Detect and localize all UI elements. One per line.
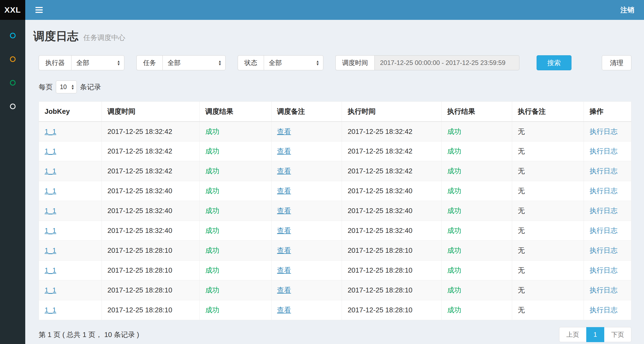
page-size-suffix: 条记录 bbox=[80, 82, 101, 92]
cell-trigger-time: 2017-12-25 18:28:10 bbox=[102, 241, 200, 261]
cell-handle-time: 2017-12-25 18:28:10 bbox=[342, 241, 442, 261]
exec-log-link[interactable]: 执行日志 bbox=[589, 147, 617, 155]
job-select[interactable]: 全部 ▲▼ bbox=[162, 55, 226, 70]
col-trigger-time: 调度时间 bbox=[102, 102, 200, 122]
logout-link[interactable]: 注销 bbox=[620, 5, 634, 15]
trigger-remark-link[interactable]: 查看 bbox=[277, 167, 291, 175]
status-select[interactable]: 全部 ▲▼ bbox=[264, 55, 323, 70]
cell-trigger-result: 成功 bbox=[200, 201, 271, 221]
col-jobkey: JobKey bbox=[39, 102, 102, 122]
sidebar-item-4[interactable] bbox=[0, 94, 25, 118]
jobkey-link[interactable]: 1_1 bbox=[45, 127, 56, 136]
cell-trigger-result: 成功 bbox=[200, 181, 271, 201]
table-row: 1_1 2017-12-25 18:32:40 成功 查看 2017-12-25… bbox=[39, 181, 631, 201]
select-arrows-icon: ▲▼ bbox=[71, 84, 74, 90]
sidebar-item-1[interactable] bbox=[0, 24, 25, 47]
current-page-button[interactable]: 1 bbox=[586, 327, 604, 342]
cell-handle-result: 成功 bbox=[442, 201, 512, 221]
table-row: 1_1 2017-12-25 18:28:10 成功 查看 2017-12-25… bbox=[39, 241, 631, 261]
exec-log-link[interactable]: 执行日志 bbox=[589, 167, 617, 175]
trigger-time-filter-group: 调度时间 2017-12-25 00:00:00 - 2017-12-25 23… bbox=[335, 55, 519, 70]
jobkey-link[interactable]: 1_1 bbox=[45, 246, 56, 254]
cell-jobkey: 1_1 bbox=[39, 122, 102, 141]
cell-action: 执行日志 bbox=[584, 122, 631, 141]
next-page-button[interactable]: 下页 bbox=[604, 327, 631, 342]
col-trigger-remark: 调度备注 bbox=[271, 102, 342, 122]
jobkey-link[interactable]: 1_1 bbox=[45, 167, 56, 175]
exec-log-link[interactable]: 执行日志 bbox=[589, 266, 617, 274]
sidebar-item-3[interactable] bbox=[0, 71, 25, 94]
trigger-remark-link[interactable]: 查看 bbox=[277, 226, 291, 235]
navbar-content: 注销 bbox=[25, 0, 644, 20]
circle-icon bbox=[10, 33, 16, 38]
trigger-result-text: 成功 bbox=[205, 187, 219, 195]
page-size-select[interactable]: 10 ▲▼ bbox=[56, 80, 77, 93]
cell-trigger-remark: 查看 bbox=[271, 181, 342, 201]
page-subtitle: 任务调度中心 bbox=[83, 34, 125, 42]
log-table-head: JobKey 调度时间 调度结果 调度备注 执行时间 执行结果 执行备注 操作 bbox=[39, 102, 631, 122]
sidebar-toggle-icon[interactable] bbox=[34, 4, 44, 16]
table-row: 1_1 2017-12-25 18:28:10 成功 查看 2017-12-25… bbox=[39, 261, 631, 280]
trigger-remark-link[interactable]: 查看 bbox=[277, 286, 291, 294]
exec-log-link[interactable]: 执行日志 bbox=[589, 226, 617, 235]
handle-result-text: 成功 bbox=[447, 266, 461, 274]
trigger-time-range-input[interactable]: 2017-12-25 00:00:00 - 2017-12-25 23:59:5… bbox=[374, 55, 519, 70]
jobkey-link[interactable]: 1_1 bbox=[45, 207, 56, 215]
cell-handle-time: 2017-12-25 18:32:40 bbox=[342, 221, 442, 241]
cell-trigger-remark: 查看 bbox=[271, 261, 342, 280]
jobkey-link[interactable]: 1_1 bbox=[45, 147, 56, 155]
exec-log-link[interactable]: 执行日志 bbox=[589, 187, 617, 195]
table-footer: 第 1 页 ( 总共 1 页， 10 条记录 ) 上页 1 下页 bbox=[39, 327, 631, 342]
jobkey-link[interactable]: 1_1 bbox=[45, 286, 56, 294]
jobkey-link[interactable]: 1_1 bbox=[45, 266, 56, 274]
app-logo[interactable]: XXL bbox=[0, 0, 25, 20]
trigger-remark-link[interactable]: 查看 bbox=[277, 127, 291, 136]
trigger-remark-link[interactable]: 查看 bbox=[277, 207, 291, 215]
exec-log-link[interactable]: 执行日志 bbox=[589, 246, 617, 254]
cell-trigger-time: 2017-12-25 18:28:10 bbox=[102, 280, 200, 300]
select-arrows-icon: ▲▼ bbox=[117, 60, 120, 66]
jobkey-link[interactable]: 1_1 bbox=[45, 187, 56, 195]
cell-handle-remark: 无 bbox=[512, 181, 584, 201]
cell-trigger-result: 成功 bbox=[200, 261, 271, 280]
trigger-result-text: 成功 bbox=[205, 127, 219, 136]
trigger-remark-link[interactable]: 查看 bbox=[277, 246, 291, 254]
page-size-value: 10 bbox=[60, 83, 67, 91]
cell-jobkey: 1_1 bbox=[39, 280, 102, 300]
cell-trigger-time: 2017-12-25 18:28:10 bbox=[102, 300, 200, 320]
table-row: 1_1 2017-12-25 18:32:40 成功 查看 2017-12-25… bbox=[39, 221, 631, 241]
exec-log-link[interactable]: 执行日志 bbox=[589, 207, 617, 215]
trigger-remark-link[interactable]: 查看 bbox=[277, 306, 291, 314]
trigger-result-text: 成功 bbox=[205, 147, 219, 155]
trigger-result-text: 成功 bbox=[205, 226, 219, 235]
cell-action: 执行日志 bbox=[584, 261, 631, 280]
handle-result-text: 成功 bbox=[447, 127, 461, 136]
trigger-remark-link[interactable]: 查看 bbox=[277, 266, 291, 274]
sidebar-item-2[interactable] bbox=[0, 47, 25, 71]
executor-label: 执行器 bbox=[39, 55, 71, 70]
trigger-remark-link[interactable]: 查看 bbox=[277, 147, 291, 155]
exec-log-link[interactable]: 执行日志 bbox=[589, 286, 617, 294]
cell-trigger-remark: 查看 bbox=[271, 300, 342, 320]
cell-jobkey: 1_1 bbox=[39, 241, 102, 261]
cell-handle-time: 2017-12-25 18:32:42 bbox=[342, 122, 442, 141]
cell-trigger-remark: 查看 bbox=[271, 241, 342, 261]
filter-bar: 执行器 全部 ▲▼ 任务 全部 ▲▼ 状态 全部 ▲▼ bbox=[39, 55, 631, 70]
jobkey-link[interactable]: 1_1 bbox=[45, 226, 56, 235]
col-action: 操作 bbox=[584, 102, 631, 122]
executor-select[interactable]: 全部 ▲▼ bbox=[71, 55, 124, 70]
cell-action: 执行日志 bbox=[584, 141, 631, 161]
clear-button[interactable]: 清理 bbox=[602, 55, 631, 70]
search-button[interactable]: 搜索 bbox=[537, 55, 571, 70]
cell-handle-remark: 无 bbox=[512, 221, 584, 241]
cell-handle-time: 2017-12-25 18:28:10 bbox=[342, 280, 442, 300]
cell-trigger-remark: 查看 bbox=[271, 280, 342, 300]
cell-trigger-result: 成功 bbox=[200, 280, 271, 300]
table-row: 1_1 2017-12-25 18:32:42 成功 查看 2017-12-25… bbox=[39, 141, 631, 161]
exec-log-link[interactable]: 执行日志 bbox=[589, 127, 617, 136]
circle-icon bbox=[10, 80, 16, 86]
trigger-remark-link[interactable]: 查看 bbox=[277, 187, 291, 195]
exec-log-link[interactable]: 执行日志 bbox=[589, 306, 617, 314]
prev-page-button[interactable]: 上页 bbox=[559, 327, 587, 342]
jobkey-link[interactable]: 1_1 bbox=[45, 306, 56, 314]
